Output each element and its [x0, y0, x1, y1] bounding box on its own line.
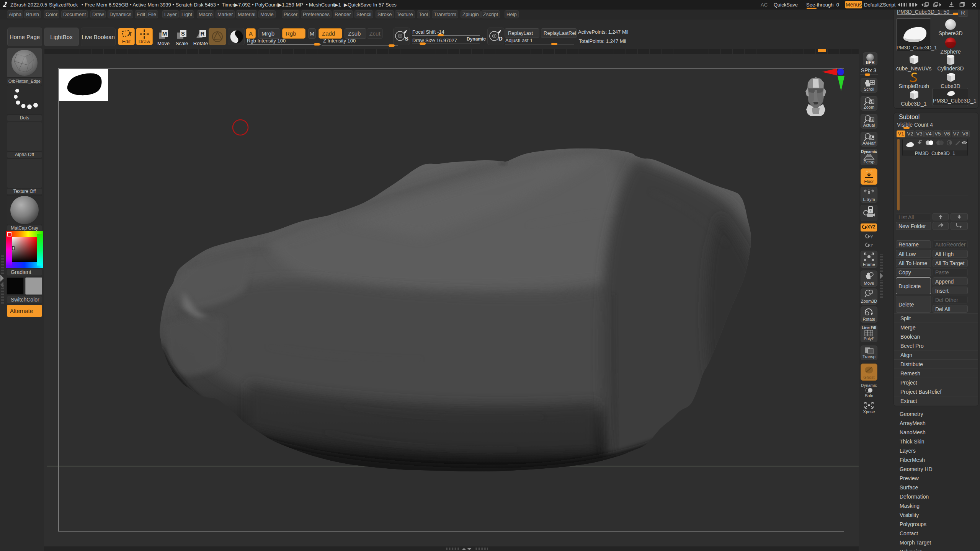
svg-text:Z: Z [871, 244, 873, 248]
svg-text:Y: Y [871, 235, 873, 239]
svg-text:x1: x1 [870, 118, 874, 122]
svg-text:XYZ: XYZ [867, 225, 875, 229]
svg-text:c: c [870, 209, 871, 213]
